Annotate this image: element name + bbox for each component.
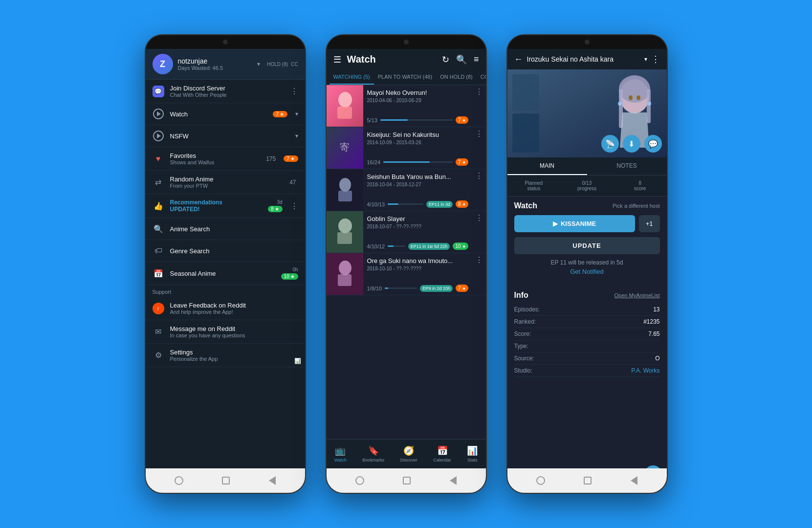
svg-rect-13	[338, 274, 351, 286]
sidebar-item-genre-search[interactable]: 🏷 Genre Search	[146, 240, 305, 262]
list-item[interactable]: 寄 Kiseijuu: Sei no Kakuritsu 2014-10-09 …	[327, 127, 486, 169]
sidebar-item-random[interactable]: ⇄ Random Anime From your PTW 47	[146, 171, 305, 194]
nav-discover[interactable]: 🧭 Discover	[400, 445, 417, 462]
search-icon[interactable]: 🔍	[456, 54, 467, 65]
progress-row: 4/10/12 EP11 in 1w 5d 22h 10 ★	[367, 242, 468, 250]
tv-icon: 📺	[335, 445, 346, 456]
tab-watching[interactable]: WATCHING (5)	[329, 70, 374, 85]
episode-count: 4/10/12	[367, 243, 385, 249]
item-more-icon[interactable]: ⋮	[472, 127, 486, 140]
genre-text: Genre Search	[170, 247, 298, 255]
item-more-icon[interactable]: ⋮	[472, 253, 486, 266]
anime-date: 2018-10-10 - ??-??-????	[367, 266, 468, 271]
sidebar-item-nsfw[interactable]: NSFW ▾	[146, 125, 305, 147]
list-item[interactable]: Goblin Slayer 2018-10-07 - ??-??-???? 4/…	[327, 211, 486, 253]
ranked-label: Ranked:	[514, 318, 536, 325]
tab-cc[interactable]: CC	[477, 70, 486, 85]
anime-date: 2018-10-04 - 2018-12-27	[367, 182, 468, 187]
episode-count: 4/10/13	[367, 201, 385, 207]
rating-badge: 10 ★	[453, 242, 468, 250]
sidebar-item-favorites[interactable]: ♥ Favorites Shows and Waifus 175 7 ★	[146, 147, 305, 171]
progress-row: 16/24 7 ★	[367, 158, 468, 166]
kissanime-button[interactable]: ▶ KISSANIME	[514, 215, 635, 232]
anime-detail-title: Irozuku Sekai no Ashita kara	[527, 55, 640, 63]
open-myanimelist-link[interactable]: Open MyAnimeList	[614, 292, 660, 298]
item-more-icon[interactable]: ⋮	[472, 211, 486, 224]
phone-1-notch	[146, 35, 305, 49]
anime-title: Ore ga Suki nano wa Imouto...	[367, 257, 468, 265]
update-button[interactable]: UPDATE	[514, 237, 660, 254]
info-row-source: Source: O	[514, 352, 660, 365]
sidebar-item-message[interactable]: ✉ Message me on Reddit In case you have …	[146, 320, 305, 344]
list-item[interactable]: Ore ga Suki nano wa Imouto... 2018-10-10…	[327, 253, 486, 295]
svg-rect-18	[647, 89, 651, 123]
nav-watch[interactable]: 📺 Watch	[334, 445, 347, 462]
list-item[interactable]: Seishun Buta Yarou wa Bun... 2018-10-04 …	[327, 169, 486, 211]
item-more-icon[interactable]: ⋮	[472, 85, 486, 98]
sidebar-item-seasonal[interactable]: 📅 Seasonal Anime 0h 10 ★	[146, 262, 305, 285]
anime-info: Goblin Slayer 2018-10-07 - ??-??-???? 4/…	[363, 211, 472, 253]
tab-plan-to-watch[interactable]: PLAN TO WATCH (48)	[374, 70, 436, 85]
progress-fill	[388, 203, 398, 205]
phone-3-screen: ← Irozuku Sekai no Ashita kara ▾ ⋮	[507, 49, 667, 468]
cast-icon[interactable]: 📡	[601, 135, 619, 153]
avatar[interactable]: Z	[153, 54, 173, 74]
pick-host-link[interactable]: Pick a different host	[613, 203, 659, 209]
tab-notes[interactable]: NOTES	[587, 157, 667, 175]
tab-on-hold[interactable]: ON HOLD (8)	[436, 70, 477, 85]
cover-actions: 📡 ⬇ 💬	[601, 135, 662, 153]
svg-text:寄: 寄	[340, 142, 350, 153]
chat-icon[interactable]: 💬	[644, 135, 662, 153]
phone-2-notch	[327, 35, 486, 49]
sidebar-item-discord[interactable]: 💬 Join Discord Server Chat With Other Pe…	[146, 80, 305, 103]
thumbup-icon: 👍	[153, 200, 164, 212]
anime-thumbnail	[327, 211, 363, 253]
refresh-icon[interactable]: ↻	[442, 54, 449, 65]
download-icon[interactable]: ⬇	[623, 135, 640, 153]
chevron-right-icon: ▾	[295, 110, 298, 117]
info-row-type: Type:	[514, 340, 660, 352]
anime-title: Kiseijuu: Sei no Kakuritsu	[367, 131, 468, 139]
anime-info: Kiseijuu: Sei no Kakuritsu 2014-10-09 - …	[363, 127, 472, 169]
hamburger-icon[interactable]: ☰	[333, 54, 341, 65]
item-more-icon[interactable]: ⋮	[472, 169, 486, 182]
rating-badge: 8 ★	[456, 200, 468, 208]
p1-tab-cc[interactable]: CC	[291, 62, 298, 67]
nav-back-icon[interactable]	[269, 476, 276, 485]
notify-text: EP 11 will be released in 5d	[514, 259, 660, 266]
title-chevron-icon[interactable]: ▾	[644, 56, 647, 63]
stat-progress: 0/13 progress	[560, 180, 614, 191]
more-icon[interactable]: ⋮	[290, 87, 298, 96]
chevron-down-icon[interactable]: ▾	[257, 61, 260, 67]
nav-calendar[interactable]: 📅 Calendar	[433, 445, 451, 462]
plus-one-button[interactable]: +1	[639, 215, 660, 232]
random-count: 47	[289, 179, 296, 186]
phone-2-screen: ☰ Watch ↻ 🔍 ≡ WATCHING (5) PLAN TO WATCH…	[327, 49, 486, 468]
rec-more-icon[interactable]: ⋮	[290, 201, 298, 211]
detail-more-icon[interactable]: ⋮	[651, 54, 660, 65]
nav-stats[interactable]: 📊 Stats	[467, 445, 478, 462]
nav-back-icon-2[interactable]	[450, 476, 457, 485]
nav-bookmarks[interactable]: 🔖 Bookmarks	[362, 445, 384, 462]
sidebar-item-recommendations[interactable]: 👍 Recommendations UPDATED! 3d 8 ★ ⋮	[146, 194, 305, 218]
svg-point-6	[339, 178, 351, 192]
watch-buttons: ▶ KISSANIME +1	[514, 215, 660, 232]
sidebar-item-watch[interactable]: Watch 7 ★ ▾	[146, 103, 305, 125]
filter-icon[interactable]: ≡	[474, 54, 479, 65]
sidebar-item-settings[interactable]: ⚙ Settings Personalize the App 📊	[146, 344, 305, 367]
score-value: 7.65	[648, 330, 659, 337]
progress-bar	[388, 203, 423, 205]
p1-tab-hold[interactable]: HOLD (8)	[267, 62, 288, 67]
sidebar-item-anime-search[interactable]: 🔍 Anime Search	[146, 218, 305, 240]
favorites-badge: 7 ★	[284, 155, 298, 162]
nav-dot-3	[536, 476, 545, 485]
search-text: Anime Search	[170, 225, 298, 233]
seasonal-text: Seasonal Anime	[170, 270, 275, 277]
back-icon[interactable]: ←	[514, 54, 523, 65]
tab-main[interactable]: MAIN	[507, 157, 587, 175]
get-notified-link[interactable]: Get Notified	[514, 268, 660, 275]
list-item[interactable]: Mayoi Neko Overrun! 2010-04-06 - 2010-06…	[327, 85, 486, 127]
nav-back-icon-3[interactable]	[631, 476, 637, 485]
sidebar-item-reddit[interactable]: r Leave Feedback on Reddit And help impr…	[146, 297, 305, 320]
favorites-text: Favorites Shows and Waifus	[170, 152, 261, 165]
